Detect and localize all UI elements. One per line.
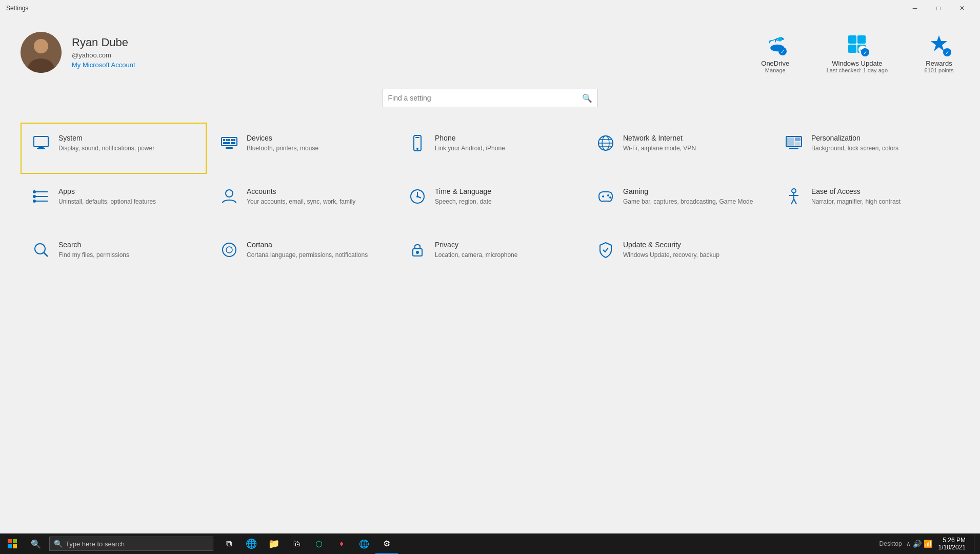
cortana-title: Cortana — [247, 241, 368, 249]
svg-rect-13 — [37, 148, 45, 149]
close-button[interactable]: ✕ — [950, 0, 974, 16]
devices-text: Devices Bluetooth, printers, mouse — [247, 134, 318, 153]
gaming-title: Gaming — [623, 187, 753, 195]
settings-item-accounts[interactable]: Accounts Your accounts, email, sync, wor… — [209, 176, 395, 227]
taskbar-app-icons: ⧉ 🌐 📁 🛍 ⬡ ♦ 🌐 ⚙ — [217, 533, 398, 554]
window-controls: ─ □ ✕ — [903, 0, 974, 16]
rewards-sub: 6101 points — [925, 67, 954, 73]
search-settings-text: Search Find my files, permissions — [58, 241, 129, 260]
quick-link-windows-update[interactable]: ✓ Windows Update Last checked: 1 day ago — [827, 32, 888, 73]
onedrive-check: ✓ — [778, 47, 787, 55]
svg-line-57 — [44, 252, 48, 256]
phone-title: Phone — [435, 134, 505, 142]
settings-grid: System Display, sound, notifications, po… — [21, 123, 959, 281]
phone-text: Phone Link your Android, iPhone — [435, 134, 505, 153]
profile-name: Ryan Dube — [72, 36, 135, 49]
time-text: Time & Language Speech, region, date — [435, 187, 492, 206]
settings-item-system[interactable]: System Display, sound, notifications, po… — [21, 123, 207, 174]
search-box[interactable]: 🔍 — [383, 89, 598, 107]
minimize-button[interactable]: ─ — [903, 0, 927, 16]
settings-item-time[interactable]: Time & Language Speech, region, date — [397, 176, 583, 227]
settings-item-cortana[interactable]: Cortana Cortana language, permissions, n… — [209, 229, 395, 281]
devices-icon — [220, 134, 238, 152]
settings-item-network[interactable]: Network & Internet Wi-Fi, airplane mode,… — [585, 123, 771, 174]
time-icon — [408, 187, 427, 206]
settings-item-search[interactable]: Search Find my files, permissions — [21, 229, 207, 281]
svg-rect-21 — [231, 142, 235, 144]
taskbar-explorer[interactable]: 📁 — [263, 533, 285, 554]
taskbar-chrome[interactable]: 🌐 — [353, 533, 375, 554]
svg-point-4 — [777, 37, 782, 42]
time-desc: Speech, region, date — [435, 197, 492, 206]
rewards-icon: ✓ — [927, 32, 951, 56]
personalization-desc: Background, lock screen, colors — [811, 144, 898, 153]
onedrive-label: OneDrive — [761, 60, 789, 67]
settings-item-privacy[interactable]: Privacy Location, camera, microphone — [397, 229, 583, 281]
taskbar-app6[interactable]: ♦ — [330, 533, 353, 554]
taskbar-store[interactable]: 🛍 — [285, 533, 308, 554]
update-security-icon — [596, 241, 615, 259]
search-settings-icon — [32, 241, 50, 259]
cortana-text: Cortana Cortana language, permissions, n… — [247, 241, 368, 260]
taskbar-volume-icon[interactable]: 🔊 — [913, 540, 922, 548]
start-button[interactable] — [0, 533, 25, 554]
ease-access-text: Ease of Access Narrator, magnifier, high… — [811, 187, 901, 206]
windows-update-check: ✓ — [861, 48, 869, 56]
apps-icon — [32, 187, 50, 206]
taskbar-date-display: 1/10/2021 — [938, 544, 966, 551]
phone-desc: Link your Android, iPhone — [435, 144, 505, 153]
quick-link-rewards[interactable]: ✓ Rewards 6101 points — [918, 32, 959, 73]
privacy-title: Privacy — [435, 241, 517, 249]
svg-point-50 — [609, 196, 611, 199]
settings-item-devices[interactable]: Devices Bluetooth, printers, mouse — [209, 123, 395, 174]
svg-rect-34 — [795, 142, 801, 146]
svg-rect-62 — [8, 539, 12, 543]
rewards-check: ✓ — [943, 48, 951, 56]
ease-access-desc: Narrator, magnifier, high contrast — [811, 197, 901, 206]
svg-rect-64 — [8, 544, 12, 548]
apps-text: Apps Uninstall, defaults, optional featu… — [58, 187, 156, 206]
taskbar-clock[interactable]: 5:26 PM 1/10/2021 — [934, 537, 970, 551]
settings-item-gaming[interactable]: Gaming Game bar, captures, broadcasting,… — [585, 176, 771, 227]
quick-links: ✓ OneDrive Manage ✓ Wind — [755, 32, 959, 73]
taskbar-task-view[interactable]: ⧉ — [217, 533, 240, 554]
network-desc: Wi-Fi, airplane mode, VPN — [623, 144, 696, 153]
taskbar-show-desktop[interactable] — [974, 535, 976, 553]
svg-rect-65 — [13, 544, 17, 548]
profile-left: Ryan Dube @yahoo.com My Microsoft Accoun… — [21, 32, 135, 73]
quick-link-onedrive[interactable]: ✓ OneDrive Manage — [755, 32, 796, 73]
maximize-button[interactable]: □ — [927, 0, 950, 16]
svg-point-59 — [226, 247, 232, 253]
taskbar-edge[interactable]: 🌐 — [240, 533, 263, 554]
svg-line-54 — [791, 199, 794, 204]
svg-point-41 — [33, 200, 36, 203]
system-desc: Display, sound, notifications, power — [58, 144, 154, 153]
rewards-label: Rewards — [926, 60, 952, 67]
svg-point-49 — [607, 194, 609, 196]
taskbar-settings[interactable]: ⚙ — [375, 533, 398, 554]
settings-item-update-security[interactable]: Update & Security Windows Update, recove… — [585, 229, 771, 281]
taskbar-app5[interactable]: ⬡ — [308, 533, 330, 554]
settings-item-ease-access[interactable]: Ease of Access Narrator, magnifier, high… — [773, 176, 959, 227]
profile-info: Ryan Dube @yahoo.com My Microsoft Accoun… — [72, 36, 135, 69]
settings-item-personalization[interactable]: Personalization Background, lock screen,… — [773, 123, 959, 174]
taskbar-search-box[interactable]: 🔍 Type here to search — [49, 537, 213, 551]
taskbar-network-icon[interactable]: 📶 — [924, 540, 932, 548]
privacy-text: Privacy Location, camera, microphone — [435, 241, 517, 260]
profile-email: @yahoo.com — [72, 51, 135, 59]
apps-desc: Uninstall, defaults, optional features — [58, 197, 156, 206]
devices-title: Devices — [247, 134, 318, 142]
update-security-desc: Windows Update, recovery, backup — [623, 251, 719, 260]
gaming-text: Gaming Game bar, captures, broadcasting,… — [623, 187, 753, 206]
taskbar-search-btn[interactable]: 🔍 — [25, 533, 47, 554]
taskbar-expand[interactable]: ∧ — [906, 540, 911, 547]
svg-rect-19 — [233, 139, 235, 141]
settings-item-apps[interactable]: Apps Uninstall, defaults, optional featu… — [21, 176, 207, 227]
search-icon[interactable]: 🔍 — [582, 93, 592, 103]
settings-item-phone[interactable]: Phone Link your Android, iPhone — [397, 123, 583, 174]
accounts-desc: Your accounts, email, sync, work, family — [247, 197, 355, 206]
microsoft-account-link[interactable]: My Microsoft Account — [72, 61, 135, 69]
svg-point-42 — [226, 190, 233, 197]
privacy-icon — [408, 241, 427, 259]
search-input[interactable] — [388, 94, 582, 102]
